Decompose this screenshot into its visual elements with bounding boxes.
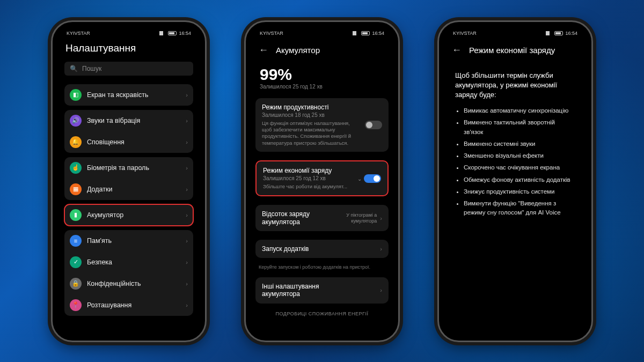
- row-icon: ✓: [70, 256, 82, 268]
- expand-icon[interactable]: ⌄: [357, 175, 362, 181]
- settings-group: ◧Екран та яскравість›: [64, 84, 193, 106]
- search-placeholder: Пошук: [82, 65, 101, 72]
- power-saving-toggle[interactable]: [364, 174, 381, 183]
- effect-item: Знижує продуктивність системи: [464, 187, 575, 196]
- row-label: Конфіденційність: [87, 280, 180, 287]
- effect-item: Вимкнено системні звуки: [464, 139, 575, 149]
- chevron-right-icon: ›: [186, 238, 188, 244]
- back-button[interactable]: ←: [257, 42, 270, 58]
- settings-group: ☝Біометрія та пароль›▦Додатки›: [64, 157, 193, 200]
- settings-group: ▮Акумулятор›: [64, 204, 193, 226]
- card-title: Режим продуктивності: [262, 104, 382, 111]
- signal-icon: [159, 31, 166, 35]
- chevron-right-icon: ›: [186, 117, 188, 124]
- status-time: 16:54: [179, 31, 191, 36]
- screen: KYIVSTAR 16:54 ← Акумулятор 99% Залишило…: [251, 27, 393, 335]
- row-icon: 🔔: [70, 136, 82, 148]
- battery-percent: 99%: [251, 63, 393, 84]
- chevron-right-icon: ›: [380, 215, 382, 221]
- card-desc: Ця функція оптимізує налаштування, щоб з…: [262, 120, 382, 146]
- page-title: Акумулятор: [276, 46, 320, 55]
- page-title: Налаштування: [58, 39, 200, 60]
- performance-mode-card[interactable]: Режим продуктивності Залишилося 18 год 2…: [255, 98, 389, 152]
- chevron-right-icon: ›: [186, 92, 188, 98]
- chevron-right-icon: ›: [186, 259, 188, 265]
- chevron-right-icon: ›: [186, 165, 188, 171]
- signal-icon: [353, 31, 359, 35]
- settings-row[interactable]: ≡Пам'ять›: [64, 230, 193, 252]
- row-value: У піктограмі а кумулятора: [328, 212, 377, 224]
- settings-row[interactable]: 🔔Сповіщення›: [64, 131, 193, 153]
- status-time: 16:54: [372, 31, 384, 36]
- row-label: Відсоток заряду акумулятора: [262, 210, 328, 226]
- settings-row[interactable]: 🔒Конфіденційність›: [64, 273, 193, 294]
- row-icon: 🔒: [70, 278, 82, 290]
- settings-row[interactable]: ▮Акумулятор›: [64, 204, 193, 226]
- row-icon: ◧: [70, 89, 82, 101]
- row-label: Додатки: [87, 186, 180, 193]
- effect-item: Вимкнено тактильний зворотній зв'язок: [464, 118, 575, 137]
- header: ← Режим економії заряду: [444, 39, 586, 63]
- screen: KYIVSTAR 16:54 Налаштування 🔍 Пошук ◧Екр…: [58, 27, 200, 335]
- settings-row[interactable]: ▦Додатки›: [64, 179, 193, 200]
- phone-saver-detail: KYIVSTAR 16:54 ← Режим економії заряду Щ…: [437, 20, 593, 342]
- row-icon: 🔊: [70, 115, 82, 127]
- row-icon: ▦: [70, 183, 82, 195]
- intro-text: Щоб збільшити термін служби акумулятора,…: [444, 63, 586, 105]
- effect-item: Вимкнути функцію "Виведення з режиму сну…: [464, 199, 575, 218]
- row-icon: 📍: [70, 299, 82, 311]
- settings-row[interactable]: 🔊Звуки та вібрація›: [64, 110, 193, 131]
- page-title: Режим економії заряду: [469, 46, 555, 55]
- settings-row[interactable]: ☝Біометрія та пароль›: [64, 157, 193, 179]
- app-launch-hint: Керуйте запуском і роботою додатків на п…: [251, 262, 393, 273]
- battery-icon: [554, 31, 563, 35]
- search-input[interactable]: 🔍 Пошук: [64, 62, 193, 76]
- status-right: 16:54: [353, 31, 384, 36]
- chevron-right-icon: ›: [186, 186, 188, 193]
- settings-group: 🔊Звуки та вібрація›🔔Сповіщення›: [64, 110, 193, 153]
- status-time: 16:54: [565, 31, 577, 36]
- effect-item: Скорочено час очікування екрана: [464, 163, 575, 172]
- battery-icon: [168, 31, 177, 35]
- card-desc: Збільште час роботи від акумулят...: [263, 183, 381, 190]
- effect-item: Зменшено візуальні ефекти: [464, 151, 575, 160]
- row-label: Звуки та вібрація: [87, 117, 180, 124]
- effect-item: Вимикає автоматичну синхронізацію: [464, 106, 575, 115]
- performance-toggle[interactable]: [365, 121, 382, 129]
- header: ← Акумулятор: [251, 39, 393, 63]
- row-label: Розташування: [87, 301, 180, 309]
- screen: KYIVSTAR 16:54 ← Режим економії заряду Щ…: [444, 27, 586, 335]
- chevron-right-icon: ›: [186, 139, 188, 145]
- chevron-right-icon: ›: [186, 280, 188, 287]
- phone-settings: KYIVSTAR 16:54 Налаштування 🔍 Пошук ◧Екр…: [51, 20, 207, 342]
- row-label: Безпека: [87, 258, 180, 266]
- card-title: Режим економії заряду: [263, 167, 381, 174]
- power-saving-card[interactable]: Режим економії заряду Залишилося 25 год …: [255, 160, 389, 196]
- settings-row[interactable]: ◧Екран та яскравість›: [64, 84, 193, 106]
- row-label: Пам'ять: [87, 237, 180, 245]
- chevron-right-icon: ›: [186, 212, 188, 218]
- settings-list: ◧Екран та яскравість›🔊Звуки та вібрація›…: [58, 80, 200, 335]
- more-battery-settings-row[interactable]: Інші налаштування акумулятора ›: [255, 277, 389, 304]
- notch: [292, 25, 352, 36]
- chevron-right-icon: ›: [380, 246, 382, 252]
- battery-percent-row[interactable]: Відсоток заряду акумулятора У піктограмі…: [255, 205, 389, 231]
- signal-icon: [546, 31, 552, 35]
- settings-group: ≡Пам'ять›✓Безпека›🔒Конфіденційність›📍Роз…: [64, 230, 193, 316]
- row-label: Сповіщення: [87, 138, 180, 146]
- row-label: Запуск додатків: [262, 245, 309, 253]
- effects-list: Вимикає автоматичну синхронізаціюВимкнен…: [444, 104, 586, 223]
- notch: [99, 25, 158, 36]
- back-button[interactable]: ←: [450, 42, 464, 58]
- usage-details-section: ПОДРОБИЦІ СПОЖИВАННЯ ЕНЕРГІЇ: [251, 308, 393, 320]
- effect-item: Обмежує фонову активність додатків: [464, 175, 575, 184]
- settings-row[interactable]: 📍Розташування›: [64, 294, 193, 316]
- row-icon: ▮: [70, 209, 82, 221]
- status-right: 16:54: [546, 31, 577, 36]
- chevron-right-icon: ›: [186, 302, 188, 308]
- row-icon: ≡: [70, 235, 82, 247]
- row-label: Біометрія та пароль: [87, 164, 180, 172]
- app-launch-row[interactable]: Запуск додатків ›: [255, 240, 389, 258]
- search-icon: 🔍: [70, 65, 78, 72]
- settings-row[interactable]: ✓Безпека›: [64, 252, 193, 273]
